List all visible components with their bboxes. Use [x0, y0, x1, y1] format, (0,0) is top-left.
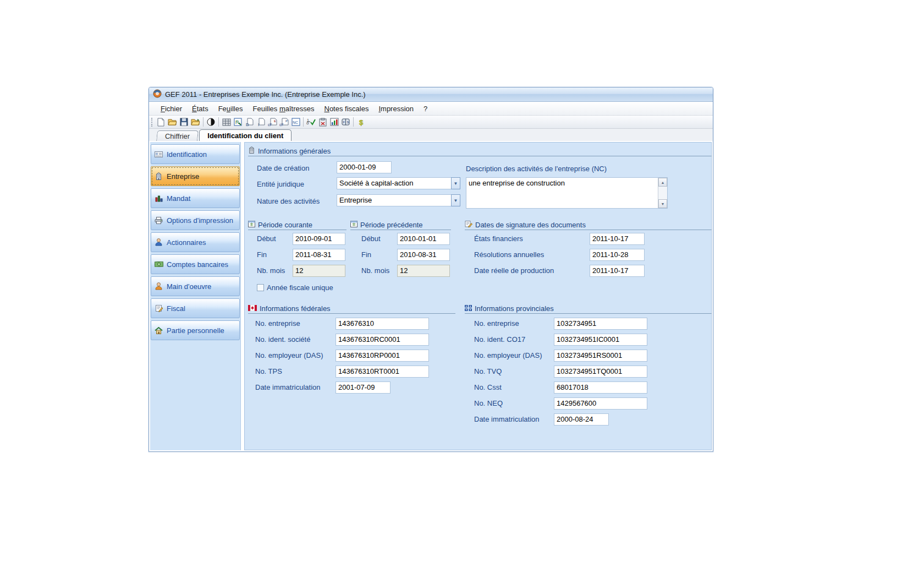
- contrast-icon[interactable]: [205, 117, 217, 128]
- sidebar-item-identification[interactable]: Identification: [151, 144, 240, 164]
- nature-value[interactable]: Entreprise: [337, 194, 451, 206]
- doc-i-icon[interactable]: I: [255, 117, 267, 128]
- sidebar-item-comptes-bancaires[interactable]: Comptes bancaires: [151, 254, 240, 274]
- building-icon: [248, 146, 255, 155]
- previous-end-input[interactable]: 2010-08-31: [397, 249, 450, 261]
- federal-no-ident-societe-input[interactable]: 143676310RC0001: [336, 334, 429, 346]
- chevron-down-icon[interactable]: ▼: [451, 177, 460, 189]
- date-reelle-production-input[interactable]: 2011-10-17: [590, 265, 645, 277]
- bar-chart-icon: [154, 195, 163, 202]
- provincial-no-employeur-input[interactable]: 1032734951RS0001: [554, 350, 647, 362]
- menu-notes-fiscales[interactable]: Notes fiscales: [320, 103, 374, 114]
- open-file-icon[interactable]: [167, 117, 178, 128]
- svg-text:cF: cF: [279, 123, 284, 127]
- svg-text:$: $: [359, 118, 364, 127]
- sidebar-item-mandat[interactable]: Mandat: [151, 188, 240, 208]
- section-informations-provinciales: Informations provinciales: [465, 303, 712, 314]
- menu-etats[interactable]: États: [187, 103, 213, 114]
- section-informations-generales: Informations générales: [248, 146, 712, 156]
- sidebar-item-actionnaires[interactable]: Actionnaires: [151, 232, 240, 252]
- resolutions-annuelles-input[interactable]: 2011-10-28: [590, 249, 645, 261]
- save-icon[interactable]: [178, 117, 190, 128]
- sidebar-item-options-impression[interactable]: Options d'impression: [151, 210, 240, 230]
- provincial-date-immatriculation-input[interactable]: 2000-08-24: [554, 413, 609, 426]
- toolbar-separator: [353, 117, 354, 127]
- federal-no-tps-input[interactable]: 143676310RT0001: [336, 366, 429, 378]
- federal-no-entreprise-label: No. entreprise: [255, 318, 300, 330]
- menu-feuilles-maitresses[interactable]: Feuilles maîtresses: [248, 103, 319, 114]
- federal-no-employeur-input[interactable]: 143676310RP0001: [336, 350, 429, 362]
- clipboard-x-icon[interactable]: [317, 117, 328, 128]
- legal-entity-label: Entité juridique: [257, 178, 304, 190]
- chevron-down-icon[interactable]: ▼: [451, 194, 460, 206]
- provincial-no-tvq-label: No. TVQ: [474, 366, 502, 378]
- section-informations-federales: Informations fédérales: [248, 303, 455, 314]
- menu-fichier[interactable]: Fichier: [156, 103, 187, 114]
- doc-nc-icon[interactable]: NC: [290, 117, 301, 128]
- svg-text:S: S: [347, 121, 349, 124]
- current-start-input[interactable]: 2010-09-01: [293, 233, 345, 245]
- doc-cfp-icon[interactable]: cFP: [278, 117, 290, 128]
- federal-no-entreprise-input[interactable]: 143676310: [336, 318, 429, 330]
- provincial-no-neq-input[interactable]: 1429567600: [554, 397, 647, 410]
- provincial-no-ident-co17-input[interactable]: 1032734951IC0001: [554, 334, 647, 346]
- grid-icon[interactable]: [221, 117, 232, 128]
- legal-entity-select[interactable]: Société à capital-action ▼: [337, 177, 460, 189]
- tab-chiffrier[interactable]: Chiffrier: [156, 130, 199, 141]
- app-window: GEF 2011 - Entreprises Exemple Inc. (Ent…: [148, 87, 713, 452]
- nature-label: Nature des activités: [257, 195, 320, 208]
- etats-financiers-input[interactable]: 2011-10-17: [590, 233, 645, 245]
- current-end-input[interactable]: 2011-08-31: [293, 249, 345, 261]
- toolbar: R D I cFE cFP NC o1 FS $: [149, 116, 713, 129]
- federal-date-immatriculation-input[interactable]: 2001-07-09: [336, 381, 391, 394]
- book-fs-icon[interactable]: FS: [340, 117, 351, 128]
- money-icon: [154, 261, 163, 267]
- menu-feuilles[interactable]: Feuilles: [213, 103, 248, 114]
- toolbar-grip[interactable]: [151, 118, 153, 127]
- scroll-down-icon[interactable]: ▼: [658, 199, 667, 208]
- chart-icon[interactable]: [328, 117, 340, 128]
- description-text[interactable]: une entreprise de construction: [469, 179, 656, 187]
- svg-text:R: R: [235, 119, 239, 125]
- menu-impression[interactable]: Impression: [373, 103, 419, 114]
- sidebar-item-main-doeuvre[interactable]: Main d'oeuvre: [151, 276, 240, 296]
- provincial-no-csst-input[interactable]: 68017018: [554, 381, 647, 394]
- section-title: Période courante: [258, 221, 312, 229]
- description-textarea[interactable]: une entreprise de construction ▲ ▼: [466, 177, 668, 209]
- sidebar-item-label: Main d'oeuvre: [167, 282, 211, 291]
- spreadsheet-r-icon[interactable]: R: [232, 117, 244, 128]
- dollar-icon[interactable]: $: [355, 117, 367, 128]
- previous-start-input[interactable]: 2010-01-01: [397, 233, 450, 245]
- creation-date-input[interactable]: 2000-01-09: [337, 161, 392, 173]
- identification-form-panel: Informations générales Date de création …: [244, 142, 712, 450]
- menu-help[interactable]: ?: [419, 103, 432, 114]
- nature-select[interactable]: Entreprise ▼: [337, 194, 460, 206]
- sidebar-item-label: Comptes bancaires: [167, 260, 228, 269]
- date-reelle-production-label: Date réelle de production: [474, 265, 554, 277]
- provincial-no-entreprise-input[interactable]: 1032734951: [554, 318, 647, 330]
- svg-text:F: F: [343, 121, 345, 124]
- doc-d-icon[interactable]: D: [244, 117, 255, 128]
- scroll-up-icon[interactable]: ▲: [658, 178, 667, 187]
- doc-cf-icon[interactable]: cFE: [267, 117, 278, 128]
- svg-text:P: P: [285, 119, 288, 123]
- provincial-no-employeur-label: No. employeur (DAS): [474, 350, 542, 362]
- sidebar-item-partie-personnelle[interactable]: Partie personnelle: [151, 320, 240, 340]
- svg-text:D: D: [246, 122, 249, 127]
- annee-fiscale-unique-checkbox[interactable]: [257, 284, 264, 291]
- creation-date-label: Date de création: [257, 162, 309, 175]
- title-bar[interactable]: GEF 2011 - Entreprises Exemple Inc. (Ent…: [149, 88, 713, 102]
- new-document-icon[interactable]: [155, 117, 167, 128]
- section-title: Période précédente: [360, 221, 422, 229]
- open-template-icon[interactable]: [190, 117, 201, 128]
- resolutions-annuelles-label: Résolutions annuelles: [474, 249, 544, 261]
- legal-entity-value[interactable]: Société à capital-action: [337, 177, 451, 189]
- tab-identification-du-client[interactable]: Identification du client: [199, 129, 292, 141]
- sidebar-item-label: Partie personnelle: [167, 326, 224, 335]
- sidebar-item-entreprise[interactable]: Entreprise: [151, 166, 240, 186]
- description-scrollbar[interactable]: ▲ ▼: [658, 178, 667, 208]
- validate-check-icon[interactable]: o1: [305, 117, 317, 128]
- quebec-squares-icon: [465, 304, 472, 313]
- provincial-no-tvq-input[interactable]: 1032734951TQ0001: [554, 366, 647, 378]
- sidebar-item-fiscal[interactable]: Fiscal: [151, 298, 240, 318]
